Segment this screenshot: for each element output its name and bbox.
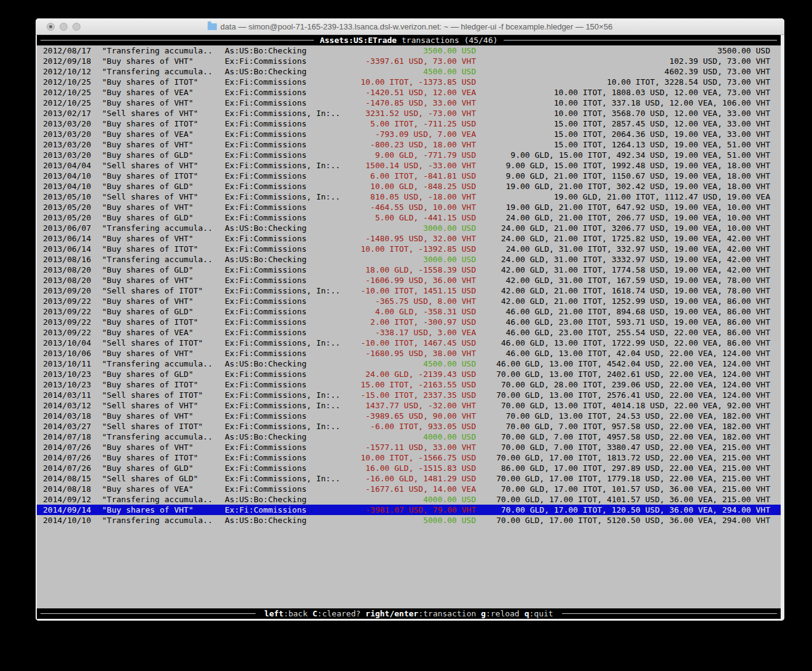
transaction-row[interactable]: 2013/03/20"Buy shares of GLD"Ex:Fi:Commi… (37, 150, 781, 160)
transaction-row[interactable]: 2013/08/20"Buy shares of GLD"Ex:Fi:Commi… (37, 265, 781, 275)
transaction-row[interactable]: 2014/07/18"Transfering accumula..As:US:B… (37, 432, 781, 442)
txn-balance: 10.00 ITOT, 3228.54 USD, 73.00 VHT (476, 77, 781, 87)
transactions-list: 2012/08/17"Transfering accumula..As:US:B… (37, 45, 781, 526)
txn-other-accounts: As:US:Bo:Checking (225, 515, 360, 526)
txn-description: "Buy shares of GLD" (102, 463, 225, 473)
txn-description: "Buy shares of VEA" (102, 484, 225, 494)
transaction-row[interactable]: 2013/05/10"Sell shares of VHT"Ex:Fi:Comm… (37, 192, 781, 202)
help-item: g:reload (481, 609, 520, 618)
screen-account-name: Assets:US:ETrade (320, 36, 397, 45)
transaction-row[interactable]: 2013/09/20"Sell shares of ITOT"Ex:Fi:Com… (37, 285, 781, 296)
txn-description: "Buy shares of VHT" (102, 98, 225, 108)
txn-description: "Sell shares of VHT" (102, 192, 225, 202)
transaction-row[interactable]: 2013/04/04"Sell shares of VHT"Ex:Fi:Comm… (37, 160, 781, 171)
help-item: left:back (264, 609, 307, 618)
transaction-row[interactable]: 2013/10/04"Sell shares of ITOT"Ex:Fi:Com… (37, 338, 781, 348)
txn-date: 2013/09/22 (43, 327, 102, 338)
txn-date: 2014/07/18 (43, 432, 102, 442)
txn-change: 3231.52 USD, -73.00 VHT (360, 108, 476, 118)
transaction-row[interactable]: 2014/10/10"Transfering accumula..As:US:B… (37, 515, 781, 526)
txn-date: 2014/03/11 (43, 390, 102, 400)
transaction-row[interactable]: 2013/09/22"Buy shares of VHT"Ex:Fi:Commi… (37, 296, 781, 306)
txn-balance: 4602.39 USD, 73.00 VHT (476, 66, 781, 77)
transaction-row[interactable]: 2013/03/20"Buy shares of VHT"Ex:Fi:Commi… (37, 139, 781, 150)
transaction-row[interactable]: 2014/07/26"Buy shares of GLD"Ex:Fi:Commi… (37, 463, 781, 473)
transaction-row[interactable]: 2013/02/17"Sell shares of VHT"Ex:Fi:Comm… (37, 108, 781, 118)
txn-other-accounts: Ex:Fi:Commissions (225, 327, 360, 338)
transaction-row[interactable]: 2013/03/20"Buy shares of ITOT"Ex:Fi:Comm… (37, 118, 781, 129)
transaction-row[interactable]: 2013/03/20"Buy shares of VEA"Ex:Fi:Commi… (37, 129, 781, 139)
transaction-row[interactable]: 2014/08/15"Sell shares of GLD"Ex:Fi:Comm… (37, 473, 781, 484)
transaction-row[interactable]: 2012/08/17"Transfering accumula..As:US:B… (37, 45, 781, 56)
txn-other-accounts: Ex:Fi:Commissions (225, 244, 360, 254)
transaction-row[interactable]: 2012/10/12"Transfering accumula..As:US:B… (37, 66, 781, 77)
txn-change: 16.00 GLD, -1515.83 USD (360, 463, 476, 473)
transaction-row[interactable]: 2012/10/25"Buy shares of VHT"Ex:Fi:Commi… (37, 98, 781, 108)
txn-change: -1470.85 USD, 33.00 VHT (360, 98, 476, 108)
transaction-row[interactable]: 2014/09/12"Transfering accumula..As:US:B… (37, 494, 781, 505)
transaction-row[interactable]: 2014/03/18"Buy shares of VHT"Ex:Fi:Commi… (37, 411, 781, 421)
txn-date: 2013/03/20 (43, 129, 102, 139)
txn-change: -10.00 ITOT, 1451.15 USD (360, 285, 476, 296)
screen-mode-label: transactions (45/46) (402, 36, 498, 45)
transaction-row[interactable]: 2014/03/27"Sell shares of ITOT"Ex:Fi:Com… (37, 421, 781, 432)
transaction-row[interactable]: 2014/08/18"Buy shares of VEA"Ex:Fi:Commi… (37, 484, 781, 494)
txn-date: 2013/10/23 (43, 369, 102, 379)
transaction-row[interactable]: 2013/10/23"Buy shares of ITOT"Ex:Fi:Comm… (37, 379, 781, 390)
txn-description: "Sell shares of ITOT" (102, 338, 225, 348)
txn-date: 2013/08/20 (43, 275, 102, 285)
txn-balance: 24.00 GLD, 31.00 ITOT, 3332.97 USD, 19.0… (476, 254, 781, 265)
transaction-row[interactable]: 2013/06/07"Transfering accumula..As:US:B… (37, 223, 781, 233)
transaction-row[interactable]: 2014/09/14"Buy shares of VHT"Ex:Fi:Commi… (37, 505, 781, 515)
transaction-row[interactable]: 2014/07/26"Buy shares of VHT"Ex:Fi:Commi… (37, 442, 781, 452)
transaction-row[interactable]: 2013/08/20"Buy shares of VHT"Ex:Fi:Commi… (37, 275, 781, 285)
txn-description: "Buy shares of GLD" (102, 150, 225, 160)
txn-other-accounts: Ex:Fi:Commissions (225, 265, 360, 275)
transaction-row[interactable]: 2013/05/20"Buy shares of GLD"Ex:Fi:Commi… (37, 212, 781, 223)
txn-description: "Transfering accumula.. (102, 223, 225, 233)
txn-balance: 24.00 GLD, 21.00 ITOT, 3206.77 USD, 19.0… (476, 223, 781, 233)
transaction-row[interactable]: 2013/06/14"Buy shares of VHT"Ex:Fi:Commi… (37, 233, 781, 244)
txn-change: 6.00 ITOT, -841.81 USD (360, 171, 476, 181)
txn-other-accounts: Ex:Fi:Commissions (225, 233, 360, 244)
txn-other-accounts: Ex:Fi:Commissions, In:.. (225, 421, 360, 432)
zoom-button[interactable] (72, 23, 80, 31)
txn-balance: 19.00 GLD, 21.00 ITOT, 302.42 USD, 19.00… (476, 181, 781, 192)
transaction-row[interactable]: 2014/03/11"Sell shares of ITOT"Ex:Fi:Com… (37, 390, 781, 400)
transaction-row[interactable]: 2014/07/26"Buy shares of ITOT"Ex:Fi:Comm… (37, 452, 781, 463)
txn-date: 2014/08/18 (43, 484, 102, 494)
transaction-row[interactable]: 2012/10/25"Buy shares of ITOT"Ex:Fi:Comm… (37, 77, 781, 87)
transaction-row[interactable]: 2014/03/12"Sell shares of VHT"Ex:Fi:Comm… (37, 400, 781, 411)
transaction-row[interactable]: 2013/10/06"Buy shares of VHT"Ex:Fi:Commi… (37, 348, 781, 359)
txn-balance: 15.00 ITOT, 2064.36 USD, 19.00 VEA, 33.0… (476, 129, 781, 139)
transaction-row[interactable]: 2013/04/10"Buy shares of ITOT"Ex:Fi:Comm… (37, 171, 781, 181)
txn-description: "Buy shares of ITOT" (102, 77, 225, 87)
transaction-row[interactable]: 2013/04/10"Buy shares of GLD"Ex:Fi:Commi… (37, 181, 781, 192)
close-button[interactable] (47, 23, 55, 31)
transaction-row[interactable]: 2013/06/14"Buy shares of ITOT"Ex:Fi:Comm… (37, 244, 781, 254)
transaction-row[interactable]: 2013/09/22"Buy shares of VEA"Ex:Fi:Commi… (37, 327, 781, 338)
txn-other-accounts: Ex:Fi:Commissions (225, 411, 360, 421)
transaction-row[interactable]: 2013/05/20"Buy shares of VHT"Ex:Fi:Commi… (37, 202, 781, 212)
txn-balance: 9.00 GLD, 15.00 ITOT, 1992.48 USD, 19.00… (476, 160, 781, 171)
txn-change: 4500.00 USD (360, 66, 476, 77)
transaction-row[interactable]: 2012/10/25"Buy shares of VEA"Ex:Fi:Commi… (37, 87, 781, 98)
transaction-row[interactable]: 2013/08/16"Transfering accumula..As:US:B… (37, 254, 781, 265)
folder-icon (208, 23, 217, 30)
txn-other-accounts: Ex:Fi:Commissions (225, 463, 360, 473)
transaction-row[interactable]: 2013/09/22"Buy shares of GLD"Ex:Fi:Commi… (37, 306, 781, 317)
txn-change: 1500.14 USD, -33.00 VHT (360, 160, 476, 171)
minimize-button[interactable] (60, 23, 68, 31)
txn-description: "Sell shares of VHT" (102, 108, 225, 118)
help-item: q:quit (525, 609, 553, 618)
txn-change: -338.17 USD, 3.00 VEA (360, 327, 476, 338)
txn-description: "Buy shares of ITOT" (102, 452, 225, 463)
transaction-row[interactable]: 2013/09/22"Buy shares of ITOT"Ex:Fi:Comm… (37, 317, 781, 327)
txn-description: "Transfering accumula.. (102, 45, 225, 56)
transaction-row[interactable]: 2013/10/23"Buy shares of GLD"Ex:Fi:Commi… (37, 369, 781, 379)
txn-change: 10.00 GLD, -848.25 USD (360, 181, 476, 192)
transaction-row[interactable]: 2012/09/18"Buy shares of VHT"Ex:Fi:Commi… (37, 56, 781, 66)
txn-balance: 70.00 GLD, 17.00 ITOT, 120.50 USD, 36.00… (476, 505, 781, 515)
txn-date: 2012/10/25 (43, 98, 102, 108)
transaction-row[interactable]: 2013/10/11"Transfering accumula..As:US:B… (37, 359, 781, 369)
